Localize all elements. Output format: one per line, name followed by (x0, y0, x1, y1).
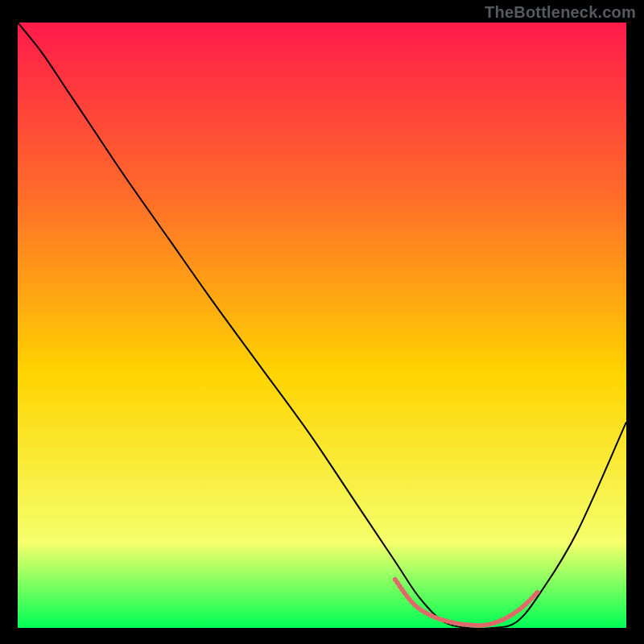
chart-plot-area (18, 23, 626, 628)
watermark-text: TheBottleneck.com (485, 3, 636, 22)
chart-svg (18, 23, 626, 628)
gradient-background (18, 23, 626, 628)
